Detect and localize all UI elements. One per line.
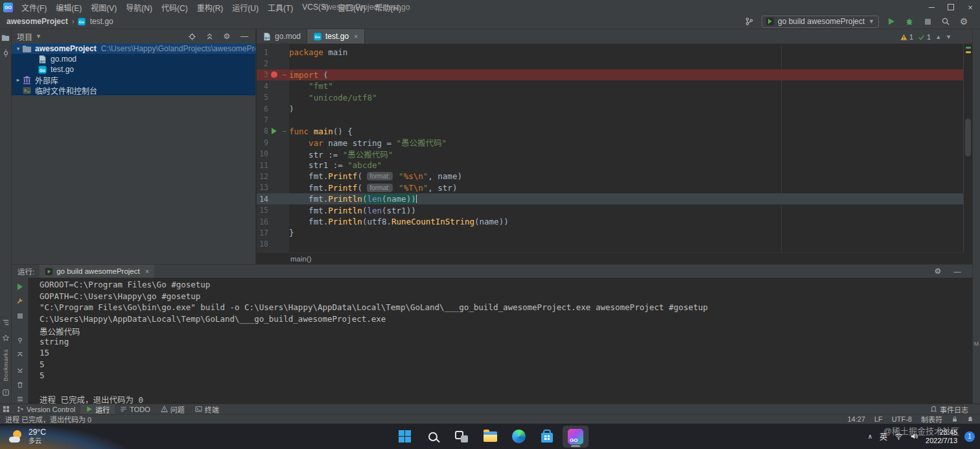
close-button[interactable]: × [961,0,980,14]
build-settings-icon[interactable] [14,297,26,306]
breadcrumb-item[interactable]: awesomeProject [5,17,69,26]
panel-settings-icon[interactable]: ⚙ [221,30,233,42]
file-encoding[interactable]: UTF-8 [892,415,912,423]
code-line[interactable]: 8−func main() { [257,126,963,137]
code-line[interactable]: 7 [257,114,963,125]
editor-tab[interactable]: gogo.mod [257,29,307,43]
menu-item[interactable]: 运行(U) [228,0,263,14]
run-line-icon[interactable] [268,128,279,134]
run-config-selector[interactable]: go build awesomeProject ▼ [762,16,879,28]
code-line[interactable]: 13 fmt.Printf( format: "%T\n", str) [257,182,963,193]
tool-window-tab[interactable]: TODO [115,404,156,415]
code-line[interactable]: 6) [257,103,963,114]
taskbar-goland-button[interactable]: GO [563,426,589,448]
code-line[interactable]: 2 [257,58,963,69]
fold-icon[interactable]: − [279,71,289,79]
clear-console-icon[interactable] [14,380,26,389]
tool-window-tab[interactable]: 事件日志 [925,404,974,415]
breakpoint-icon[interactable] [268,71,279,78]
tool-window-tab[interactable]: 运行 [80,404,115,415]
taskbar-edge-button[interactable] [506,426,531,448]
code-line[interactable]: 18 [257,239,963,250]
ime-indicator[interactable]: 英 [880,431,887,442]
chevron-right-icon[interactable]: ▸ [14,77,22,83]
code-line[interactable]: 4 "fmt" [257,80,963,91]
taskbar-start-button[interactable] [391,426,417,448]
indent-style[interactable]: 制表符 [921,414,942,424]
code-line[interactable]: 1package main [257,47,963,58]
settings-gear-icon[interactable]: ⚙ [958,16,970,27]
menu-item[interactable]: 视图(V) [86,0,121,14]
bookmarks-tool-label[interactable]: Bookmarks [3,349,9,382]
project-tool-icon[interactable] [1,33,10,42]
hidden-icons-chevron[interactable]: ∧ [868,433,872,440]
run-settings-icon[interactable]: ⚙ [932,265,944,277]
project-panel-title[interactable]: 项目 [17,31,32,42]
menu-item[interactable]: 导航(N) [121,0,157,14]
code-line[interactable]: 3−import ( [257,69,963,80]
code-line[interactable]: 9 var name string = "愚公搬代码" [257,137,963,148]
network-icon[interactable] [894,432,903,441]
run-button[interactable] [885,16,897,27]
taskbar-clock[interactable]: 23:45 2022/7/13 [926,428,957,445]
fold-icon[interactable]: − [279,128,289,135]
tool-window-tab[interactable]: Version Control [12,404,80,415]
debug-button[interactable] [904,16,915,27]
code-line[interactable]: 11 str1 := "abcde" [257,160,963,171]
breadcrumb-item[interactable]: test.go [89,17,115,26]
close-icon[interactable]: × [145,267,149,275]
notifications-icon[interactable] [967,416,974,422]
code-editor[interactable]: 1package main23−import (4 "fmt"5 "unicod… [257,44,963,252]
tree-item[interactable]: 临时文件和控制台 [12,85,255,95]
code-line[interactable]: 17} [257,227,963,238]
menu-item[interactable]: 重构(R) [192,0,228,14]
maximize-button[interactable] [941,0,961,14]
tool-window-tab[interactable]: 终端 [190,404,224,415]
caret-position[interactable]: 14:27 [847,415,865,423]
line-separator[interactable]: LF [874,415,883,423]
menu-item[interactable]: 文件(F) [17,0,51,14]
branch-icon[interactable] [743,16,755,27]
code-line[interactable]: 15 fmt.Println(len(str1)) [257,204,963,215]
scrollbar-thumb[interactable] [965,119,971,156]
stop-button[interactable] [922,16,933,27]
hide-run-panel-icon[interactable]: — [951,265,963,277]
next-issue-icon[interactable]: ▼ [946,34,951,40]
run-tab[interactable]: go build awesomeProject × [40,265,154,278]
right-strip-label[interactable]: M [974,341,979,347]
editor-tab[interactable]: Gotest.go× [307,29,364,43]
tree-item[interactable]: ▸外部库 [12,75,255,85]
code-line[interactable]: 12 fmt.Printf( format: "%s\n", name) [257,171,963,182]
structure-tool-icon[interactable] [1,318,10,327]
commit-tool-icon[interactable] [1,49,10,58]
minimize-button[interactable] [922,0,941,14]
run-console[interactable]: GOROOT=C:\Program Files\Go #gosetupGOPAT… [29,278,972,404]
tree-item[interactable]: ▾awesomeProjectC:\Users\Happy\GolandProj… [12,43,255,54]
tree-item[interactable]: gogo.mod [12,54,255,64]
stop-button[interactable] [14,311,26,321]
weather-widget[interactable]: 29°C 多云 [0,424,55,449]
tool-window-switcher-icon[interactable] [0,406,12,413]
prev-issue-icon[interactable]: ▲ [935,34,941,40]
menu-item[interactable]: 代码(C) [157,0,192,14]
close-icon[interactable]: × [354,32,358,40]
editor-scrollbar[interactable] [963,44,972,252]
console-menu-icon[interactable] [14,394,26,404]
scroll-to-end-icon[interactable] [14,365,26,374]
hide-panel-icon[interactable]: — [239,30,250,42]
editor-breadcrumb[interactable]: main() [257,252,963,264]
menu-item[interactable]: 工具(T) [263,0,298,14]
tool-window-tab[interactable]: 问题 [156,404,190,415]
taskbar-explorer-button[interactable] [477,426,503,448]
favorites-tool-icon[interactable] [1,334,10,343]
locate-file-icon[interactable] [186,30,198,42]
volume-icon[interactable] [910,432,918,441]
taskbar-store-button[interactable] [534,426,560,448]
scroll-up-icon[interactable] [14,351,26,360]
lock-icon[interactable] [951,416,958,422]
inspections-widget[interactable]: 1 1 ▲ ▼ [895,32,957,42]
rerun-button[interactable] [14,282,26,291]
problems-tool-icon[interactable] [1,388,10,397]
pin-icon[interactable] [14,336,26,345]
collapse-all-icon[interactable] [204,30,215,42]
